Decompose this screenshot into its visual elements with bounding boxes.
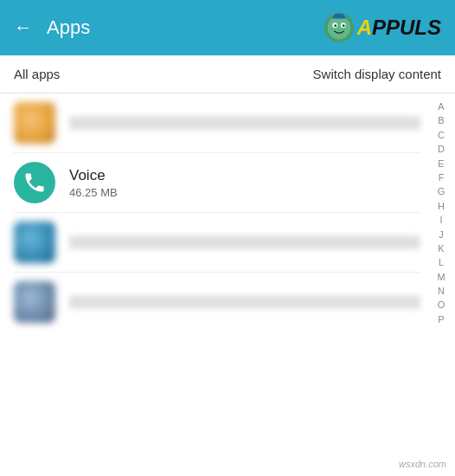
list-item[interactable] [0, 213, 434, 272]
alpha-G[interactable]: G [434, 185, 448, 198]
alphabet-sidebar[interactable]: A B C D E F G H I J K L M N O P [434, 100, 448, 326]
svg-rect-7 [334, 14, 343, 18]
list-item[interactable]: Voice 46.25 MB [0, 153, 434, 212]
alpha-N[interactable]: N [434, 285, 448, 298]
svg-point-1 [327, 16, 350, 40]
svg-point-4 [334, 24, 336, 27]
alpha-D[interactable]: D [434, 143, 448, 156]
mascot-icon [323, 11, 356, 44]
alpha-K[interactable]: K [434, 242, 448, 255]
app-name-blurred [69, 116, 420, 130]
voice-app-icon [14, 162, 55, 203]
app-icon-blurred [14, 281, 55, 323]
alpha-O[interactable]: O [434, 299, 448, 312]
sub-header: All apps Switch display content [0, 55, 455, 93]
phone-icon [22, 170, 47, 195]
voice-app-name: Voice [69, 167, 118, 184]
app-icon-blurred [14, 222, 55, 263]
app-name-blurred [69, 295, 420, 309]
voice-app-size: 46.25 MB [69, 186, 118, 199]
voice-app-info: Voice 46.25 MB [69, 167, 118, 199]
app-list: Voice 46.25 MB [0, 93, 455, 331]
alpha-I[interactable]: I [434, 214, 448, 227]
alpha-E[interactable]: E [434, 158, 448, 170]
alpha-L[interactable]: L [434, 256, 448, 269]
list-item[interactable] [0, 273, 434, 331]
content-area: A B C D E F G H I J K L M N O P [0, 93, 455, 476]
app-icon-blurred [14, 102, 55, 144]
svg-point-5 [342, 24, 344, 27]
alpha-J[interactable]: J [434, 228, 448, 241]
logo-wordmark: A PPULS [357, 16, 441, 40]
alpha-F[interactable]: F [434, 171, 448, 184]
back-button[interactable]: ← [14, 16, 33, 39]
alpha-B[interactable]: B [434, 114, 448, 127]
all-apps-label[interactable]: All apps [14, 67, 313, 81]
alpha-A[interactable]: A [434, 100, 448, 113]
app-name-blurred [69, 235, 420, 249]
switch-display-label[interactable]: Switch display content [313, 67, 441, 81]
appuls-logo: A PPULS [326, 11, 441, 44]
alpha-P[interactable]: P [434, 313, 448, 326]
alpha-M[interactable]: M [434, 271, 448, 284]
watermark: wsxdn.com [399, 459, 446, 469]
alpha-C[interactable]: C [434, 129, 448, 142]
alpha-H[interactable]: H [434, 200, 448, 213]
app-header: ← Apps A PPULS [0, 0, 455, 55]
list-item[interactable] [0, 93, 434, 152]
